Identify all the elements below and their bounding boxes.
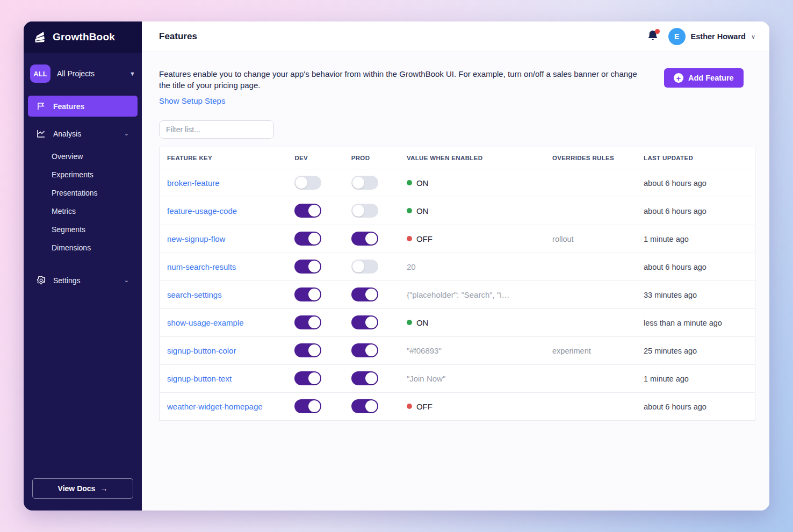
main-area: Features E Esther Howard ∨ Features (142, 21, 769, 511)
prod-toggle[interactable] (351, 343, 378, 357)
chevron-down-icon: ⌄ (124, 277, 129, 284)
gear-icon (37, 276, 46, 285)
toggle-knob (365, 400, 377, 412)
topbar: Features E Esther Howard ∨ (142, 21, 769, 52)
dev-toggle[interactable] (294, 343, 321, 357)
table-header-row: FEATURE KEY DEV PROD VALUE WHEN ENABLED … (160, 147, 755, 169)
sidebar-item-analysis[interactable]: Analysis ⌄ (28, 123, 138, 144)
col-header-value: VALUE WHEN ENABLED (407, 147, 552, 169)
status-dot (407, 180, 412, 185)
toggle-knob (365, 317, 377, 328)
chevron-down-icon: ⌄ (124, 130, 129, 137)
value-text: 20 (407, 262, 416, 271)
dev-toggle[interactable] (294, 287, 321, 301)
col-header-feature-key: FEATURE KEY (160, 147, 295, 169)
overrides-text: experiment (552, 347, 591, 355)
feature-key-link[interactable]: new-signup-flow (167, 234, 225, 243)
toggle-knob (295, 177, 307, 189)
value-text: ON (416, 178, 429, 188)
toggle-knob (352, 177, 364, 189)
sidebar-item-segments[interactable]: Segments (24, 220, 142, 239)
analysis-subnav: Overview Experiments Presentations Metri… (24, 147, 142, 257)
app-window: GrowthBook ALL All Projects ▼ Features (24, 21, 769, 511)
avatar: E (668, 28, 686, 45)
project-selector[interactable]: ALL All Projects ▼ (30, 64, 135, 83)
table-row: show-usage-example ON less than a minute… (160, 308, 755, 336)
toggle-knob (365, 233, 377, 245)
feature-key-link[interactable]: search-settings (167, 290, 222, 299)
prod-toggle[interactable] (351, 232, 378, 246)
toggle-knob (365, 344, 377, 356)
prod-toggle[interactable] (351, 260, 378, 274)
feature-key-link[interactable]: broken-feature (167, 178, 220, 188)
feature-key-link[interactable]: weather-widget-homepage (167, 402, 263, 411)
last-updated-text: 1 minute ago (644, 375, 689, 383)
sidebar-item-settings[interactable]: Settings ⌄ (28, 270, 138, 291)
value-text: "Join Now" (407, 374, 445, 383)
add-feature-button[interactable]: + Add Feature (664, 68, 744, 88)
sidebar-item-overview[interactable]: Overview (24, 147, 142, 166)
content: Features enable you to change your app's… (142, 52, 769, 421)
dev-toggle[interactable] (294, 232, 321, 246)
sidebar-item-features[interactable]: Features (28, 96, 138, 117)
value-text: "#f06893" (407, 346, 442, 355)
features-table: FEATURE KEY DEV PROD VALUE WHEN ENABLED … (159, 147, 755, 421)
sidebar-item-experiments[interactable]: Experiments (24, 166, 142, 184)
show-setup-steps-link[interactable]: Show Setup Steps (159, 96, 225, 105)
col-header-overrides: OVERRIDES RULES (552, 147, 644, 169)
last-updated-text: about 6 hours ago (644, 263, 707, 271)
status-dot (407, 208, 412, 213)
notifications-bell-icon[interactable] (647, 30, 659, 44)
feature-key-link[interactable]: signup-button-color (167, 346, 236, 355)
brand-name: GrowthBook (53, 31, 115, 43)
value-text: {"placeholder": "Search", "i… (407, 290, 510, 299)
toggle-knob (308, 400, 320, 412)
dev-toggle[interactable] (294, 315, 321, 329)
brand-header[interactable]: GrowthBook (24, 21, 142, 53)
prod-toggle[interactable] (351, 371, 378, 385)
project-label: All Projects (57, 69, 123, 78)
dev-toggle[interactable] (294, 371, 321, 385)
toggle-knob (308, 233, 320, 245)
prod-toggle[interactable] (351, 176, 378, 190)
prod-toggle[interactable] (351, 315, 378, 329)
sidebar: GrowthBook ALL All Projects ▼ Features (24, 21, 142, 511)
toggle-knob (308, 289, 320, 300)
last-updated-text: about 6 hours ago (644, 402, 707, 411)
feature-key-link[interactable]: signup-button-text (167, 374, 232, 383)
add-feature-label: Add Feature (688, 74, 734, 82)
table-row: broken-feature ON about 6 hours ago (160, 169, 755, 197)
view-docs-button[interactable]: View Docs → (32, 478, 133, 499)
toggle-knob (365, 289, 377, 300)
toggle-knob (352, 205, 364, 217)
dev-toggle[interactable] (294, 204, 321, 218)
last-updated-text: 1 minute ago (644, 235, 689, 243)
dev-toggle[interactable] (294, 176, 321, 190)
dev-toggle[interactable] (294, 399, 321, 413)
prod-toggle[interactable] (351, 399, 378, 413)
col-header-last-updated: LAST UPDATED (644, 147, 755, 169)
last-updated-text: 33 minutes ago (644, 291, 697, 299)
last-updated-text: about 6 hours ago (644, 179, 707, 188)
dev-toggle[interactable] (294, 260, 321, 274)
prod-toggle[interactable] (351, 287, 378, 301)
toggle-knob (365, 372, 377, 384)
sidebar-item-presentations[interactable]: Presentations (24, 184, 142, 202)
status-dot (407, 236, 412, 241)
user-name: Esther Howard (691, 32, 746, 41)
status-dot (407, 404, 412, 409)
sidebar-item-metrics[interactable]: Metrics (24, 202, 142, 220)
view-docs-label: View Docs (58, 484, 96, 493)
toggle-knob (308, 261, 320, 272)
sidebar-item-dimensions[interactable]: Dimensions (24, 239, 142, 257)
feature-key-link[interactable]: show-usage-example (167, 318, 244, 327)
filter-input[interactable] (159, 120, 274, 139)
col-header-dev: DEV (294, 147, 351, 169)
prod-toggle[interactable] (351, 204, 378, 218)
page-title: Features (159, 31, 197, 42)
feature-key-link[interactable]: feature-usage-code (167, 206, 237, 215)
table-row: signup-button-color "#f06893" experiment… (160, 336, 755, 364)
toggle-knob (308, 372, 320, 384)
user-menu[interactable]: E Esther Howard ∨ (668, 28, 755, 45)
feature-key-link[interactable]: num-search-results (167, 262, 236, 271)
